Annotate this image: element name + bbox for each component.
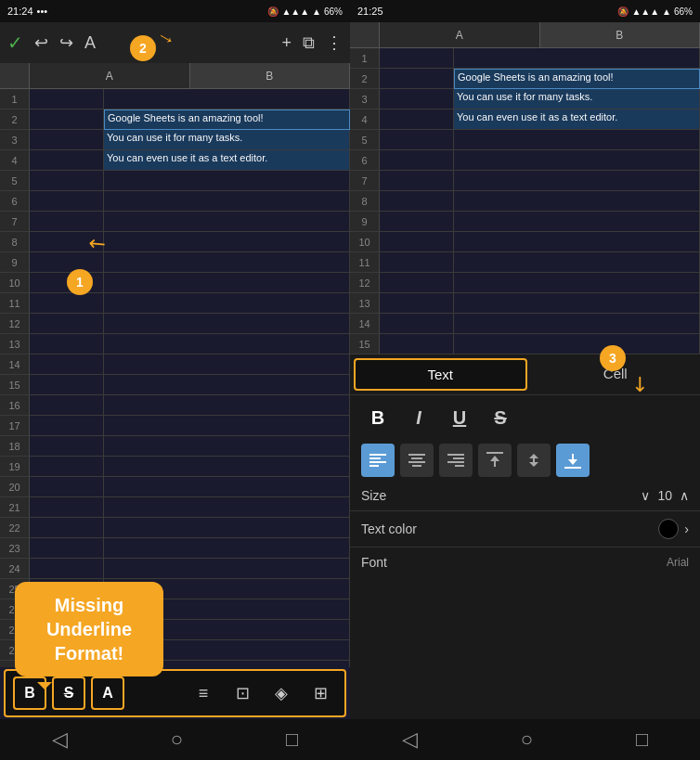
table-row: 4 You can even use it as a text editor. — [0, 150, 350, 171]
svg-rect-10 — [447, 461, 464, 463]
italic-format-button[interactable]: I — [402, 401, 435, 434]
svg-rect-0 — [369, 454, 386, 456]
wifi-icon-right: ▲ — [662, 6, 671, 17]
table-row: 8 — [350, 191, 700, 212]
table-row: 22 — [0, 518, 350, 538]
table-row: 4You can even use it as a text editor. — [350, 109, 700, 130]
svg-rect-21 — [572, 454, 574, 459]
status-time-right: 21:25 — [357, 6, 383, 17]
status-left-right: 21:25 — [357, 6, 383, 17]
svg-rect-1 — [369, 457, 381, 459]
table-row: 3You can use it for many tasks. — [350, 89, 700, 109]
alignment-row — [350, 440, 700, 481]
svg-marker-13 — [490, 456, 499, 461]
svg-rect-8 — [447, 454, 464, 456]
size-controls: ∨ 10 ∧ — [641, 488, 689, 503]
table-row: 12 — [350, 273, 700, 293]
recents-button-right[interactable]: □ — [636, 728, 648, 752]
signal-icon-left: ▲▲▲ — [281, 6, 309, 17]
notif-icon-left: 🔕 — [267, 6, 279, 17]
wifi-icon-left: ▲ — [312, 6, 321, 17]
align-button[interactable]: ≡ — [187, 676, 220, 710]
align-left-button[interactable] — [361, 444, 395, 477]
table-row: 15 — [350, 334, 700, 354]
table-row: 13 — [0, 334, 350, 354]
svg-rect-7 — [412, 465, 421, 467]
svg-rect-18 — [533, 458, 535, 462]
left-toolbar: ✓ ↩ ↪ A + ⧉ ⋮ 2 → — [0, 22, 350, 63]
col-b-header-left: B — [190, 63, 351, 89]
font-value: Arial — [667, 556, 689, 569]
left-status-bar: 21:24 ••• 🔕 ▲▲▲ ▲ 66% — [0, 0, 350, 22]
underline-format-button[interactable]: U — [443, 401, 476, 434]
back-button-right[interactable]: ◁ — [402, 728, 418, 752]
size-up-button[interactable]: ∧ — [680, 488, 689, 503]
table-row: 23 — [0, 538, 350, 559]
right-sheet-body: 1 2Google Sheets is an amazing tool! 3Yo… — [350, 48, 700, 354]
size-label: Size — [361, 488, 641, 503]
wrap-button[interactable]: ⊡ — [226, 676, 259, 710]
bold-format-button[interactable]: B — [361, 401, 395, 434]
align-bottom-button[interactable] — [556, 444, 590, 477]
svg-rect-12 — [486, 452, 503, 454]
col-a-header-left: A — [30, 63, 190, 89]
left-nav-bar: ◁ ○ □ — [0, 719, 350, 760]
text-color-chevron[interactable]: › — [684, 522, 689, 536]
back-button-left[interactable]: ◁ — [52, 728, 68, 752]
table-row: 15 — [0, 375, 350, 395]
table-row: 7 — [350, 171, 700, 191]
strikethrough-format-button[interactable]: S — [484, 401, 517, 434]
table-row: 11 — [0, 293, 350, 314]
annotation-3: 3 — [600, 345, 626, 371]
table-row: 1 — [0, 89, 350, 109]
grid-button[interactable]: ⊞ — [304, 676, 337, 710]
battery-right: 66% — [674, 6, 693, 17]
recents-button-left[interactable]: □ — [286, 728, 298, 752]
align-middle-button[interactable] — [517, 444, 551, 477]
strikethrough-button[interactable]: S — [52, 676, 85, 710]
svg-marker-17 — [529, 462, 538, 467]
add-icon[interactable]: + — [281, 33, 292, 53]
align-right-button[interactable] — [439, 444, 473, 477]
align-top-button[interactable] — [478, 444, 512, 477]
fill-button[interactable]: ◈ — [265, 676, 298, 710]
right-status-bar: 21:25 🔕 ▲▲▲ ▲ 66% — [350, 0, 700, 22]
home-button-right[interactable]: ○ — [521, 728, 533, 752]
table-row: 5 — [350, 130, 700, 150]
table-row: 5 — [0, 171, 350, 191]
svg-rect-4 — [408, 454, 425, 456]
svg-rect-2 — [369, 461, 386, 463]
text-color-button[interactable]: A — [91, 676, 124, 710]
table-row: 17 — [0, 416, 350, 436]
missing-underline-bubble: MissingUnderlineFormat! — [15, 582, 163, 676]
tab-text[interactable]: Text — [354, 358, 527, 391]
status-right-left: 🔕 ▲▲▲ ▲ 66% — [267, 6, 343, 17]
table-row: 13 — [350, 293, 700, 314]
format-tabs-container: Text Cell 3 ↘ — [350, 354, 700, 395]
more-icon[interactable]: ⋮ — [326, 32, 343, 53]
text-color-dot[interactable] — [658, 519, 679, 539]
text-color-label: Text color — [361, 522, 658, 536]
table-row: 3 You can use it for many tasks. — [0, 130, 350, 150]
home-button-left[interactable]: ○ — [171, 728, 183, 752]
redo-icon[interactable]: ↪ — [59, 32, 73, 53]
table-row: 6 — [0, 191, 350, 212]
text-format-row: B I U S — [350, 395, 700, 440]
undo-icon[interactable]: ↩ — [34, 32, 48, 53]
table-row: 6 — [350, 150, 700, 171]
left-sheet-body: 1 2 Google Sheets is an amazing tool! 3 … — [0, 89, 350, 667]
text-format-icon[interactable]: A — [84, 33, 96, 53]
table-row: 19 — [0, 457, 350, 477]
font-label: Font — [361, 555, 667, 570]
battery-left: 66% — [324, 6, 343, 17]
table-row: 2 Google Sheets is an amazing tool! — [0, 109, 350, 130]
size-down-button[interactable]: ∨ — [641, 488, 650, 503]
table-row: 2Google Sheets is an amazing tool! — [350, 69, 700, 89]
right-panel: 21:25 🔕 ▲▲▲ ▲ 66% A B 1 2Google Sheets i… — [350, 0, 700, 760]
check-icon[interactable]: ✓ — [7, 32, 23, 54]
table-row: 8 — [0, 232, 350, 252]
align-center-button[interactable] — [400, 444, 434, 477]
table-row: 20 — [0, 477, 350, 497]
copy-icon[interactable]: ⧉ — [303, 33, 315, 53]
size-value: 10 — [657, 488, 672, 503]
